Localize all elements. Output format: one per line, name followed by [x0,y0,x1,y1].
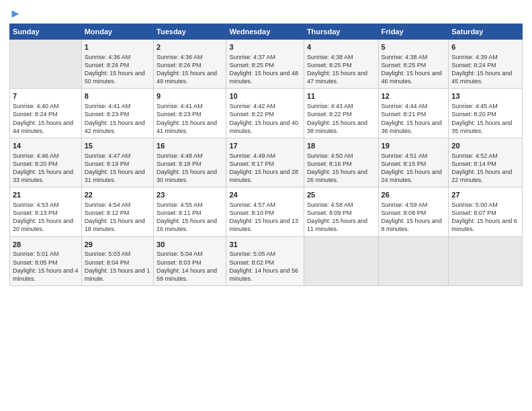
cell-info: Sunrise: 4:57 AMSunset: 8:10 PMDaylight:… [229,201,300,234]
day-number: 13 [451,91,519,101]
col-header-wednesday: Wednesday [226,24,304,40]
col-header-thursday: Thursday [304,24,378,40]
cell-info: Sunrise: 4:38 AMSunset: 8:25 PMDaylight:… [307,53,375,86]
week-row-5: 28Sunrise: 5:01 AMSunset: 8:05 PMDayligh… [10,236,523,285]
calendar-cell: 26Sunrise: 4:59 AMSunset: 8:08 PMDayligh… [378,187,449,236]
week-row-1: 1Sunrise: 4:36 AMSunset: 8:26 PMDaylight… [10,40,523,89]
day-number: 14 [13,141,79,151]
cell-info: Sunrise: 4:48 AMSunset: 8:18 PMDaylight:… [157,152,223,185]
day-number: 21 [13,190,79,200]
cell-info: Sunrise: 4:49 AMSunset: 8:17 PMDaylight:… [229,152,300,185]
calendar-cell [10,40,82,89]
calendar-cell: 19Sunrise: 4:51 AMSunset: 8:15 PMDayligh… [378,138,449,187]
day-number: 24 [229,190,300,200]
day-number: 12 [382,91,446,101]
day-number: 15 [85,141,150,151]
day-number: 26 [382,190,446,200]
calendar-cell: 22Sunrise: 4:54 AMSunset: 8:12 PMDayligh… [81,187,153,236]
cell-info: Sunrise: 4:51 AMSunset: 8:15 PMDaylight:… [382,152,446,185]
col-header-monday: Monday [81,24,153,40]
week-row-3: 14Sunrise: 4:46 AMSunset: 8:20 PMDayligh… [10,138,523,187]
cell-info: Sunrise: 4:53 AMSunset: 8:13 PMDaylight:… [13,201,79,234]
cell-info: Sunrise: 4:47 AMSunset: 8:19 PMDaylight:… [85,152,150,185]
cell-info: Sunrise: 5:00 AMSunset: 8:07 PMDaylight:… [451,201,519,234]
calendar-cell: 8Sunrise: 4:41 AMSunset: 8:23 PMDaylight… [81,89,153,138]
header: ► [9,7,523,19]
calendar-cell [304,236,378,285]
calendar-cell [378,236,449,285]
cell-info: Sunrise: 4:52 AMSunset: 8:14 PMDaylight:… [451,152,519,185]
calendar-cell: 20Sunrise: 4:52 AMSunset: 8:14 PMDayligh… [449,138,523,187]
calendar-cell: 16Sunrise: 4:48 AMSunset: 8:18 PMDayligh… [154,138,226,187]
header-row: SundayMondayTuesdayWednesdayThursdayFrid… [10,24,523,40]
calendar-cell: 2Sunrise: 4:36 AMSunset: 8:26 PMDaylight… [154,40,226,89]
day-number: 22 [85,190,150,200]
day-number: 27 [451,190,519,200]
calendar-cell: 21Sunrise: 4:53 AMSunset: 8:13 PMDayligh… [10,187,82,236]
day-number: 4 [307,42,375,52]
day-number: 29 [85,240,150,250]
calendar-cell: 24Sunrise: 4:57 AMSunset: 8:10 PMDayligh… [226,187,304,236]
day-number: 20 [451,141,519,151]
cell-info: Sunrise: 5:03 AMSunset: 8:04 PMDaylight:… [85,250,150,283]
cell-info: Sunrise: 5:01 AMSunset: 8:05 PMDaylight:… [13,250,79,283]
cell-info: Sunrise: 4:40 AMSunset: 8:24 PMDaylight:… [13,102,79,135]
calendar-table: SundayMondayTuesdayWednesdayThursdayFrid… [9,24,523,286]
calendar-cell: 11Sunrise: 4:43 AMSunset: 8:22 PMDayligh… [304,89,378,138]
day-number: 28 [13,240,79,250]
cell-info: Sunrise: 4:36 AMSunset: 8:26 PMDaylight:… [85,53,150,86]
day-number: 30 [157,240,223,250]
cell-info: Sunrise: 4:44 AMSunset: 8:21 PMDaylight:… [382,102,446,135]
calendar-cell: 9Sunrise: 4:41 AMSunset: 8:23 PMDaylight… [154,89,226,138]
calendar-cell: 29Sunrise: 5:03 AMSunset: 8:04 PMDayligh… [81,236,153,285]
cell-info: Sunrise: 4:54 AMSunset: 8:12 PMDaylight:… [85,201,150,234]
calendar-cell: 7Sunrise: 4:40 AMSunset: 8:24 PMDaylight… [10,89,82,138]
day-number: 16 [157,141,223,151]
calendar-cell: 18Sunrise: 4:50 AMSunset: 8:16 PMDayligh… [304,138,378,187]
calendar-cell: 13Sunrise: 4:45 AMSunset: 8:20 PMDayligh… [449,89,523,138]
cell-info: Sunrise: 4:42 AMSunset: 8:22 PMDaylight:… [229,102,300,135]
calendar-cell: 27Sunrise: 5:00 AMSunset: 8:07 PMDayligh… [449,187,523,236]
day-number: 19 [382,141,446,151]
week-row-2: 7Sunrise: 4:40 AMSunset: 8:24 PMDaylight… [10,89,523,138]
cell-info: Sunrise: 4:50 AMSunset: 8:16 PMDaylight:… [307,152,375,185]
cell-info: Sunrise: 4:41 AMSunset: 8:23 PMDaylight:… [85,102,150,135]
logo-text: ► [9,7,21,21]
day-number: 6 [451,42,519,52]
page: ► SundayMondayTuesdayWednesdayThursdayFr… [0,0,532,411]
cell-info: Sunrise: 4:39 AMSunset: 8:24 PMDaylight:… [451,53,519,86]
calendar-cell: 28Sunrise: 5:01 AMSunset: 8:05 PMDayligh… [10,236,82,285]
day-number: 1 [85,42,150,52]
calendar-cell: 15Sunrise: 4:47 AMSunset: 8:19 PMDayligh… [81,138,153,187]
day-number: 11 [307,91,375,101]
day-number: 10 [229,91,300,101]
day-number: 8 [85,91,150,101]
day-number: 9 [157,91,223,101]
day-number: 31 [229,240,300,250]
cell-info: Sunrise: 4:46 AMSunset: 8:20 PMDaylight:… [13,152,79,185]
cell-info: Sunrise: 4:38 AMSunset: 8:25 PMDaylight:… [382,53,446,86]
calendar-cell [449,236,523,285]
col-header-sunday: Sunday [10,24,82,40]
calendar-cell: 10Sunrise: 4:42 AMSunset: 8:22 PMDayligh… [226,89,304,138]
cell-info: Sunrise: 5:05 AMSunset: 8:02 PMDaylight:… [229,250,300,283]
cell-info: Sunrise: 4:59 AMSunset: 8:08 PMDaylight:… [382,201,446,234]
day-number: 17 [229,141,300,151]
day-number: 23 [157,190,223,200]
calendar-cell: 12Sunrise: 4:44 AMSunset: 8:21 PMDayligh… [378,89,449,138]
cell-info: Sunrise: 4:41 AMSunset: 8:23 PMDaylight:… [157,102,223,135]
day-number: 25 [307,190,375,200]
calendar-cell: 4Sunrise: 4:38 AMSunset: 8:25 PMDaylight… [304,40,378,89]
calendar-cell: 31Sunrise: 5:05 AMSunset: 8:02 PMDayligh… [226,236,304,285]
calendar-cell: 25Sunrise: 4:58 AMSunset: 8:09 PMDayligh… [304,187,378,236]
col-header-friday: Friday [378,24,449,40]
day-number: 5 [382,42,446,52]
cell-info: Sunrise: 4:45 AMSunset: 8:20 PMDaylight:… [451,102,519,135]
day-number: 7 [13,91,79,101]
calendar-cell: 23Sunrise: 4:55 AMSunset: 8:11 PMDayligh… [154,187,226,236]
calendar-cell: 5Sunrise: 4:38 AMSunset: 8:25 PMDaylight… [378,40,449,89]
day-number: 2 [157,42,223,52]
cell-info: Sunrise: 4:37 AMSunset: 8:25 PMDaylight:… [229,53,300,86]
col-header-saturday: Saturday [449,24,523,40]
calendar-cell: 17Sunrise: 4:49 AMSunset: 8:17 PMDayligh… [226,138,304,187]
